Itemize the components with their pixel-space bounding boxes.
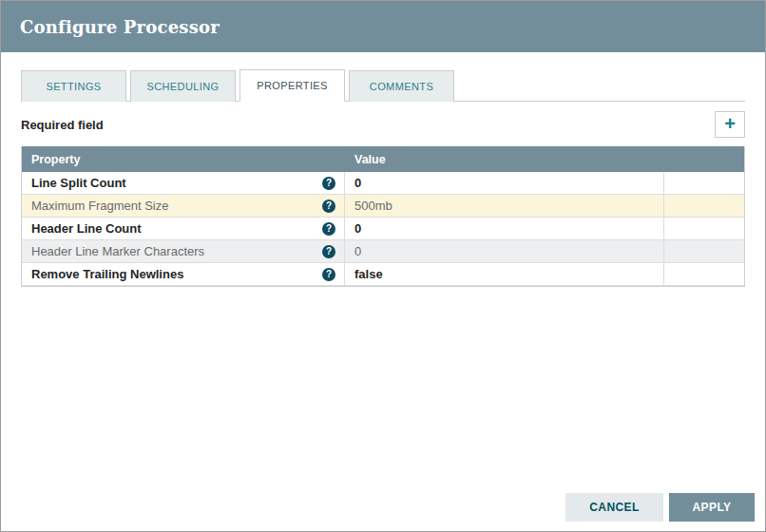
column-header-property: Property — [22, 153, 345, 166]
property-cell: Maximum Fragment Size ? — [22, 195, 345, 217]
property-value: 0 — [354, 244, 361, 258]
column-header-value: Value — [345, 153, 664, 166]
configure-processor-dialog: Configure Processor SETTINGS SCHEDULING … — [0, 0, 766, 532]
property-value: false — [354, 267, 383, 281]
property-value: 500mb — [354, 199, 393, 213]
tab-label: SETTINGS — [46, 81, 101, 92]
property-name: Maximum Fragment Size — [31, 199, 168, 213]
dialog-title: Configure Processor — [20, 17, 220, 37]
tab-scheduling[interactable]: SCHEDULING — [130, 70, 236, 102]
properties-table: Property Value Line Split Count ? 0 Maxi… — [21, 146, 745, 287]
value-cell[interactable]: false — [345, 263, 664, 285]
table-row[interactable]: Maximum Fragment Size ? 500mb — [22, 195, 744, 218]
add-property-button[interactable]: + — [715, 111, 745, 138]
dialog-footer: CANCEL APPLY — [565, 493, 755, 522]
help-icon[interactable]: ? — [322, 200, 335, 213]
row-extra-cell — [664, 218, 744, 239]
table-body: Line Split Count ? 0 Maximum Fragment Si… — [22, 172, 744, 286]
row-extra-cell — [664, 172, 744, 194]
table-toolbar: Required field + — [21, 111, 745, 138]
plus-icon: + — [724, 114, 736, 133]
property-name: Line Split Count — [31, 176, 126, 190]
property-cell: Header Line Count ? — [22, 218, 345, 239]
property-name: Header Line Count — [31, 221, 142, 236]
property-cell: Line Split Count ? — [22, 172, 345, 194]
tab-properties[interactable]: PROPERTIES — [239, 69, 345, 102]
table-row[interactable]: Remove Trailing Newlines ? false — [22, 263, 744, 286]
table-row[interactable]: Header Line Marker Characters ? 0 — [22, 240, 744, 263]
value-cell[interactable]: 0 — [345, 240, 664, 262]
property-cell: Remove Trailing Newlines ? — [22, 263, 345, 285]
help-icon[interactable]: ? — [322, 222, 335, 236]
table-row[interactable]: Header Line Count ? 0 — [22, 218, 744, 240]
property-name: Header Line Marker Characters — [31, 244, 204, 258]
apply-button[interactable]: APPLY — [669, 493, 755, 522]
cancel-button[interactable]: CANCEL — [565, 493, 663, 522]
row-extra-cell — [664, 263, 744, 285]
property-name: Remove Trailing Newlines — [31, 267, 183, 281]
property-cell: Header Line Marker Characters ? — [22, 240, 345, 262]
help-icon[interactable]: ? — [322, 268, 335, 281]
table-header-row: Property Value — [22, 146, 744, 172]
dialog-header: Configure Processor — [1, 1, 765, 52]
tab-comments[interactable]: COMMENTS — [349, 70, 454, 102]
property-value: 0 — [354, 176, 361, 190]
property-value: 0 — [354, 221, 361, 236]
help-icon[interactable]: ? — [322, 177, 335, 190]
tab-settings[interactable]: SETTINGS — [21, 70, 126, 102]
dialog-body: SETTINGS SCHEDULING PROPERTIES COMMENTS … — [1, 52, 765, 287]
tabs: SETTINGS SCHEDULING PROPERTIES COMMENTS — [21, 69, 745, 102]
tab-label: SCHEDULING — [146, 81, 219, 92]
table-row[interactable]: Line Split Count ? 0 — [22, 172, 744, 195]
value-cell[interactable]: 0 — [345, 218, 664, 239]
tab-label: COMMENTS — [370, 81, 433, 92]
value-cell[interactable]: 0 — [345, 172, 664, 194]
row-extra-cell — [664, 240, 744, 262]
help-icon[interactable]: ? — [322, 245, 335, 258]
row-extra-cell — [664, 195, 744, 217]
tab-label: PROPERTIES — [257, 80, 328, 91]
required-field-label: Required field — [21, 118, 104, 132]
value-cell[interactable]: 500mb — [345, 195, 664, 217]
